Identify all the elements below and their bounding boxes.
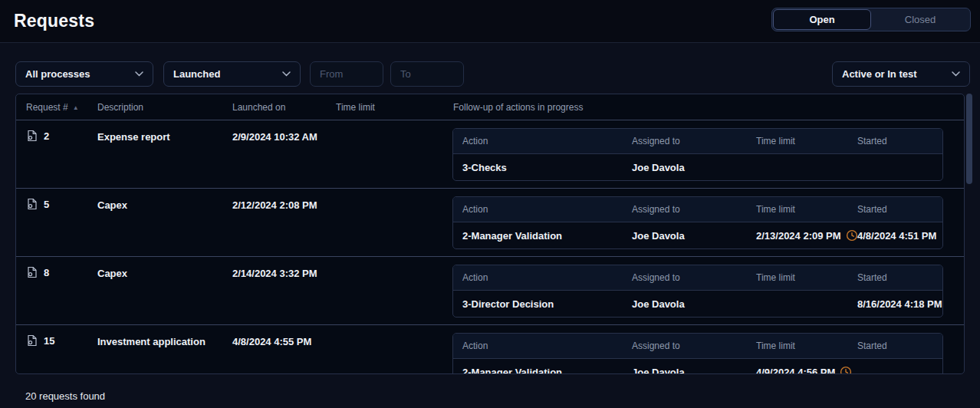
request-launched-on: 2/14/2024 3:32 PM xyxy=(232,257,336,279)
process-filter-dropdown[interactable]: All processes xyxy=(15,61,153,87)
launched-filter-value: Launched xyxy=(173,68,220,80)
action-name: 3-Checks xyxy=(453,162,623,173)
actions-table: Action Assigned to Time limit Started 2-… xyxy=(452,333,943,374)
request-launched-on: 2/9/2024 10:32 AM xyxy=(232,120,336,143)
actions-column-time-limit: Time limit xyxy=(747,341,848,351)
actions-table: Action Assigned to Time limit Started 3-… xyxy=(452,265,943,318)
date-from-input[interactable] xyxy=(320,68,373,80)
actions-column-assigned-to: Assigned to xyxy=(623,272,747,283)
open-closed-toggle: Open Closed xyxy=(771,8,971,31)
actions-column-assigned-to: Assigned to xyxy=(623,136,747,146)
request-number: 2 xyxy=(44,130,49,142)
date-to-input[interactable] xyxy=(400,68,454,80)
table-rows: 2 Expense report 2/9/2024 10:32 AM Actio… xyxy=(16,120,964,374)
action-row[interactable]: 3-Director Decision Joe Davola 8/16/2024… xyxy=(453,291,942,317)
action-row[interactable]: 3-Checks Joe Davola xyxy=(453,154,942,180)
chevron-down-icon xyxy=(282,71,291,77)
request-time-limit xyxy=(336,120,452,131)
action-name: 3-Director Decision xyxy=(453,298,623,310)
actions-column-started: Started xyxy=(848,136,942,146)
column-header-time-limit[interactable]: Time limit xyxy=(336,102,452,113)
table-row[interactable]: 5 Capex 2/12/2024 2:08 PM Action Assigne… xyxy=(16,188,964,256)
date-from-field xyxy=(310,61,383,87)
request-time-limit xyxy=(336,257,452,268)
action-started: 8/16/2024 4:18 PM xyxy=(848,298,942,310)
table-scrollbar[interactable] xyxy=(966,94,972,184)
table-row[interactable]: 15 Investment application 4/8/2024 4:55 … xyxy=(16,324,964,374)
request-number: 8 xyxy=(44,267,49,278)
request-icon xyxy=(26,198,38,210)
action-started: 4/8/2024 4:51 PM xyxy=(848,230,942,242)
action-assigned-to: Joe Davola xyxy=(623,230,747,242)
actions-table: Action Assigned to Time limit Started 2-… xyxy=(452,196,943,249)
column-header-request-number[interactable]: Request #▲ xyxy=(16,102,97,113)
action-name: 2-Manager Validation xyxy=(453,230,623,242)
request-icon xyxy=(26,130,38,142)
actions-column-time-limit: Time limit xyxy=(747,204,848,215)
date-to-field xyxy=(390,61,464,87)
actions-table: Action Assigned to Time limit Started 3-… xyxy=(452,128,943,181)
table-row[interactable]: 2 Expense report 2/9/2024 10:32 AM Actio… xyxy=(16,120,964,188)
results-count: 20 requests found xyxy=(25,390,105,402)
request-launched-on: 2/12/2024 2:08 PM xyxy=(232,189,336,211)
actions-column-action: Action xyxy=(453,341,623,351)
actions-rows: 3-Director Decision Joe Davola 8/16/2024… xyxy=(453,291,942,317)
request-description: Expense report xyxy=(97,120,232,143)
actions-column-action: Action xyxy=(453,272,623,283)
page-title: Requests xyxy=(14,11,94,31)
request-launched-on: 4/8/2024 4:55 PM xyxy=(232,325,336,347)
app-header: Requests Open Closed xyxy=(0,0,980,43)
actions-column-time-limit: Time limit xyxy=(747,136,848,146)
actions-column-action: Action xyxy=(453,204,623,215)
process-filter-value: All processes xyxy=(25,68,90,80)
actions-header-row: Action Assigned to Time limit Started xyxy=(453,265,942,291)
request-description: Capex xyxy=(97,189,232,211)
action-time-limit: 4/9/2024 4:56 PM xyxy=(756,367,835,375)
request-time-limit xyxy=(336,325,452,336)
actions-header-row: Action Assigned to Time limit Started xyxy=(453,129,942,154)
action-name: 2-Manager Validation xyxy=(453,367,623,375)
request-description: Investment application xyxy=(97,325,232,347)
toggle-open-button[interactable]: Open xyxy=(773,9,871,30)
actions-column-started: Started xyxy=(848,341,942,351)
request-number: 15 xyxy=(44,335,54,347)
request-icon xyxy=(26,334,38,347)
request-description: Capex xyxy=(97,257,232,279)
actions-column-action: Action xyxy=(453,136,623,146)
action-row[interactable]: 2-Manager Validation Joe Davola 4/9/2024… xyxy=(453,359,942,374)
actions-header-row: Action Assigned to Time limit Started xyxy=(453,197,942,222)
actions-column-started: Started xyxy=(848,204,942,215)
sort-asc-icon: ▲ xyxy=(73,104,79,111)
actions-column-started: Started xyxy=(848,272,942,283)
action-row[interactable]: 2-Manager Validation Joe Davola 2/13/202… xyxy=(453,222,942,248)
column-header-description[interactable]: Description xyxy=(97,102,232,113)
status-filter-value: Active or In test xyxy=(842,68,917,80)
overdue-clock-icon xyxy=(840,366,852,374)
actions-column-assigned-to: Assigned to xyxy=(623,341,747,351)
request-icon xyxy=(26,266,38,278)
actions-column-time-limit: Time limit xyxy=(747,272,848,283)
table-row[interactable]: 8 Capex 2/14/2024 3:32 PM Action Assigne… xyxy=(16,256,964,324)
launched-filter-dropdown[interactable]: Launched xyxy=(163,61,301,87)
status-filter-dropdown[interactable]: Active or In test xyxy=(832,61,970,87)
table-header-row: Request #▲ Description Launched on Time … xyxy=(16,94,964,120)
action-assigned-to: Joe Davola xyxy=(623,162,747,173)
action-assigned-to: Joe Davola xyxy=(623,298,747,310)
toggle-closed-button[interactable]: Closed xyxy=(871,9,969,30)
actions-rows: 2-Manager Validation Joe Davola 4/9/2024… xyxy=(453,359,942,374)
request-number: 5 xyxy=(44,199,49,210)
chevron-down-icon xyxy=(135,71,143,77)
column-header-launched-on[interactable]: Launched on xyxy=(232,102,336,113)
actions-rows: 2-Manager Validation Joe Davola 2/13/202… xyxy=(453,222,942,248)
action-assigned-to: Joe Davola xyxy=(623,367,747,375)
requests-table: Request #▲ Description Launched on Time … xyxy=(15,94,965,374)
request-time-limit xyxy=(336,189,452,199)
chevron-down-icon xyxy=(952,71,960,77)
filter-bar: All processes Launched Active or In test xyxy=(0,61,980,87)
actions-header-row: Action Assigned to Time limit Started xyxy=(453,334,942,359)
actions-rows: 3-Checks Joe Davola xyxy=(453,154,942,180)
column-header-follow-up: Follow-up of actions in progress xyxy=(452,102,964,113)
actions-column-assigned-to: Assigned to xyxy=(623,204,747,215)
action-time-limit: 2/13/2024 2:09 PM xyxy=(756,230,841,242)
